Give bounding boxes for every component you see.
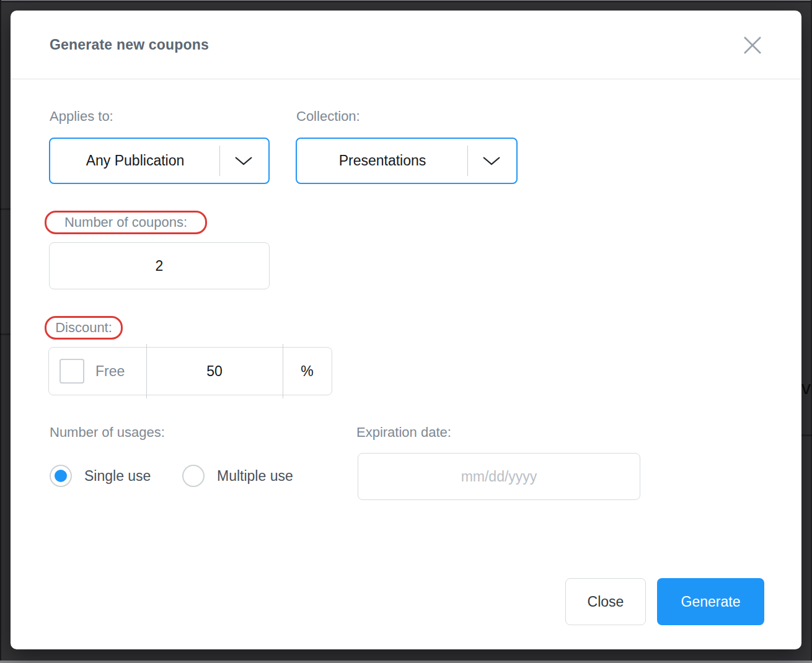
expiration-date-input[interactable] <box>358 453 640 500</box>
multiple-use-radio[interactable] <box>182 465 205 487</box>
close-button[interactable]: Close <box>565 578 646 625</box>
background-table-row-line <box>0 208 11 210</box>
dialog-title: Generate new coupons <box>50 35 209 54</box>
discount-value-input[interactable] <box>146 363 283 380</box>
window-frame-bottom-band <box>0 661 812 663</box>
multiple-use-radio-label[interactable]: Multiple use <box>217 467 293 485</box>
number-of-coupons-label: Number of coupons: <box>64 214 187 231</box>
discount-free-section: Free <box>49 348 146 395</box>
discount-unit-label: % <box>301 363 313 380</box>
window-frame-top-edge <box>0 1 812 2</box>
expiration-date-label: Expiration date: <box>356 424 451 441</box>
free-checkbox-label: Free <box>95 363 125 380</box>
single-use-radio[interactable] <box>50 465 72 487</box>
generate-coupons-dialog: Generate new coupons Applies to: Collect… <box>11 11 801 649</box>
background-table-row-line <box>801 434 812 436</box>
header-divider <box>11 79 801 79</box>
number-of-coupons-input[interactable] <box>49 242 270 289</box>
single-use-radio-label[interactable]: Single use <box>84 467 151 485</box>
collection-select[interactable]: Presentations <box>296 138 518 184</box>
chevron-down-icon <box>233 156 254 167</box>
free-checkbox[interactable] <box>60 359 84 384</box>
select-divider <box>219 146 220 176</box>
discount-unit-section: % <box>283 348 332 395</box>
collection-label: Collection: <box>296 108 360 125</box>
discount-label: Discount: <box>55 320 112 336</box>
discount-value-section <box>146 348 283 395</box>
annotation-highlight-number-of-coupons: Number of coupons: <box>45 211 207 234</box>
chevron-down-icon <box>481 156 502 167</box>
discount-control: Free % <box>48 347 332 395</box>
window-frame-left-edge <box>0 0 1 663</box>
close-icon[interactable] <box>740 33 765 58</box>
select-divider <box>467 146 468 176</box>
generate-button[interactable]: Generate <box>657 578 764 625</box>
applies-to-select[interactable]: Any Publication <box>49 138 270 184</box>
applies-to-label: Applies to: <box>50 108 113 125</box>
background-text-fragment: vi <box>801 375 812 400</box>
annotation-highlight-discount: Discount: <box>45 316 123 340</box>
number-of-usages-label: Number of usages: <box>50 424 165 441</box>
background-table-row-line <box>0 333 11 335</box>
